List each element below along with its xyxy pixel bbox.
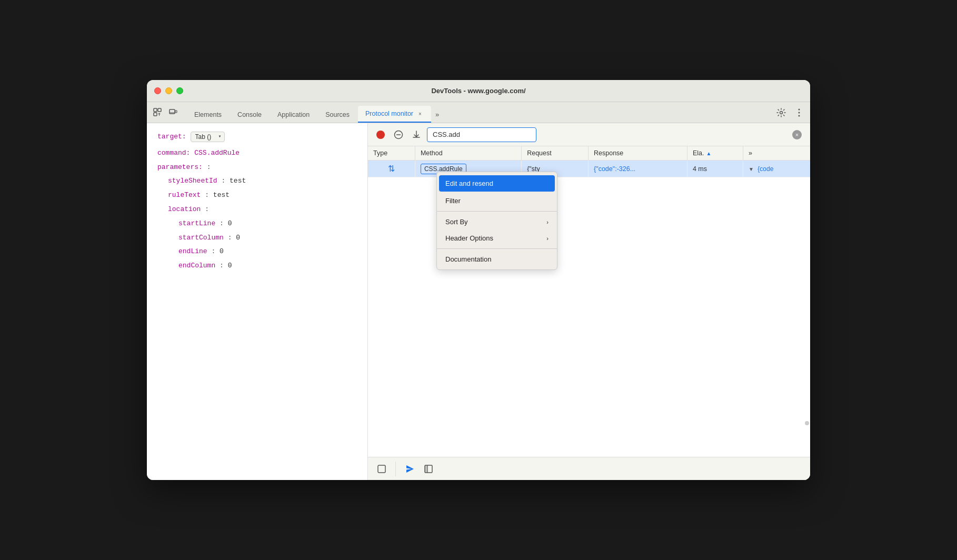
- start-line-label: startLine: [178, 219, 215, 227]
- more-options-icon[interactable]: [792, 106, 806, 119]
- main-content: target: Tab () command: CSS.addRule para…: [147, 123, 810, 480]
- traffic-lights: [154, 87, 183, 94]
- location-row: location :: [157, 204, 357, 215]
- col-method: Method: [415, 146, 521, 161]
- style-sheet-label: styleSheetId: [168, 177, 217, 185]
- detail-cell: ▼ {code: [743, 161, 810, 177]
- panel-toggle-button[interactable]: [421, 462, 436, 476]
- devtools-window: DevTools - www.google.com/: [147, 80, 810, 480]
- style-sheet-row: styleSheetId : test: [157, 176, 357, 187]
- end-line-row: endLine : 0: [157, 246, 357, 257]
- target-label: target:: [157, 132, 186, 143]
- ctx-edit-resend[interactable]: Edit and resend: [439, 175, 555, 192]
- ctx-separator-1: [437, 211, 557, 212]
- tab-icons: [151, 106, 180, 123]
- parameters-label: parameters:: [157, 163, 203, 171]
- search-clear-button[interactable]: ×: [792, 130, 802, 139]
- maximize-button[interactable]: [176, 87, 183, 94]
- svg-point-7: [799, 109, 800, 111]
- col-type: Type: [368, 146, 415, 161]
- svg-rect-13: [378, 465, 385, 473]
- ctx-header-options[interactable]: Header Options ›: [437, 230, 557, 246]
- ctx-header-chevron-icon: ›: [546, 235, 549, 242]
- tab-bar: Elements Console Application Sources Pro…: [147, 102, 810, 123]
- protocol-table: Type Method Request Response Ela. ▲: [368, 146, 810, 177]
- detail-value: {code: [757, 165, 773, 173]
- tab-protocol-monitor[interactable]: Protocol monitor ×: [358, 106, 431, 123]
- ctx-documentation[interactable]: Documentation: [437, 251, 557, 267]
- expand-icon: ▼: [749, 166, 754, 172]
- tab-application[interactable]: Application: [270, 107, 317, 123]
- send-button[interactable]: [402, 462, 417, 476]
- start-line-row: startLine : 0: [157, 218, 357, 229]
- parameters-row: parameters: :: [157, 162, 357, 173]
- bottom-divider: [395, 462, 396, 476]
- end-line-label: endLine: [178, 247, 207, 255]
- svg-rect-4: [175, 111, 177, 113]
- svg-marker-14: [406, 465, 414, 473]
- ctx-filter-label: Filter: [445, 197, 461, 205]
- device-toggle-icon[interactable]: [167, 106, 180, 118]
- start-col-label: startColumn: [178, 234, 224, 242]
- save-button[interactable]: [409, 127, 424, 142]
- ctx-header-options-label: Header Options: [445, 234, 493, 242]
- response-value: {"code":-326...: [594, 165, 635, 173]
- bottom-bar: [368, 457, 810, 480]
- ctx-filter[interactable]: Filter: [437, 193, 557, 209]
- col-elapsed: Ela. ▲: [687, 146, 743, 161]
- table-container: Type Method Request Response Ela. ▲: [368, 146, 810, 457]
- right-panel: × Type Method Request Response: [368, 123, 810, 480]
- rule-text-value: test: [213, 191, 230, 199]
- arrows-icon: ⇅: [388, 164, 395, 174]
- close-button[interactable]: [154, 87, 161, 94]
- svg-rect-2: [158, 108, 161, 112]
- command-value: CSS.addRule: [194, 149, 240, 157]
- svg-point-10: [376, 131, 385, 139]
- minimize-button[interactable]: [165, 87, 172, 94]
- end-col-label: endColumn: [178, 262, 215, 269]
- col-request: Request: [522, 146, 589, 161]
- tab-bar-right: [774, 106, 806, 123]
- location-label: location: [168, 205, 201, 213]
- col-more[interactable]: »: [743, 146, 810, 161]
- svg-rect-0: [154, 108, 157, 112]
- command-row: command: CSS.addRule: [157, 148, 357, 159]
- col-response: Response: [589, 146, 687, 161]
- svg-rect-16: [425, 465, 427, 473]
- svg-rect-3: [170, 109, 175, 114]
- search-input[interactable]: [427, 127, 536, 142]
- clear-button[interactable]: [391, 127, 406, 142]
- context-menu: Edit and resend Filter Sort By › Header …: [436, 172, 557, 270]
- type-cell: ⇅: [368, 161, 415, 177]
- style-sheet-value: test: [230, 177, 246, 185]
- end-line-value: 0: [220, 247, 224, 255]
- svg-point-9: [799, 115, 800, 117]
- command-label: command:: [157, 149, 190, 157]
- ctx-edit-resend-label: Edit and resend: [445, 179, 493, 187]
- stop-recording-button[interactable]: [373, 127, 388, 142]
- svg-point-6: [780, 112, 783, 114]
- end-col-value: 0: [228, 262, 232, 269]
- sort-arrow-icon: ▲: [706, 151, 711, 156]
- ctx-separator-2: [437, 248, 557, 249]
- tab-elements[interactable]: Elements: [187, 107, 229, 123]
- window-title: DevTools - www.google.com/: [431, 87, 525, 95]
- tab-sources[interactable]: Sources: [318, 107, 357, 123]
- target-select-wrap: Tab (): [191, 132, 225, 142]
- tab-close-icon[interactable]: ×: [416, 110, 424, 117]
- new-tab-button[interactable]: [374, 462, 389, 476]
- ctx-sort-by[interactable]: Sort By ›: [437, 214, 557, 230]
- left-panel: target: Tab () command: CSS.addRule para…: [147, 123, 368, 480]
- settings-icon[interactable]: [774, 106, 788, 119]
- end-col-row: endColumn : 0: [157, 261, 357, 272]
- tab-console[interactable]: Console: [230, 107, 269, 123]
- rule-text-row: ruleText : test: [157, 190, 357, 201]
- inspect-icon[interactable]: [151, 106, 164, 118]
- start-col-row: startColumn : 0: [157, 233, 357, 244]
- target-select[interactable]: Tab (): [191, 132, 225, 142]
- elapsed-cell: 4 ms: [687, 161, 743, 177]
- start-line-value: 0: [228, 219, 232, 227]
- toolbar: ×: [368, 123, 810, 146]
- table-row[interactable]: ⇅ CSS.addRule {"sty {"code":-326... 4 ms: [368, 161, 810, 177]
- tab-more-icon[interactable]: »: [432, 106, 442, 123]
